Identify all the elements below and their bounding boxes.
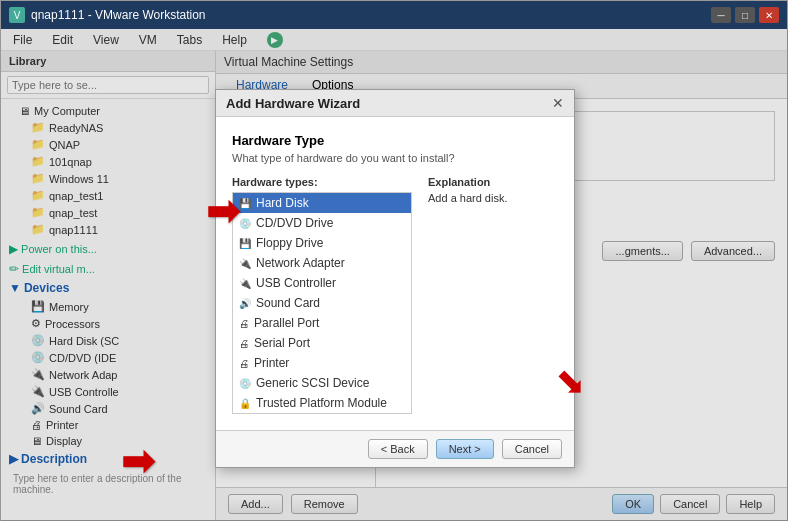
hw-item-cddvd[interactable]: 💿 CD/DVD Drive — [233, 213, 411, 233]
modal-cancel-button[interactable]: Cancel — [502, 439, 562, 459]
cddvd-icon: 💿 — [31, 351, 45, 364]
hw-item-scsi[interactable]: 💿 Generic SCSI Device — [233, 373, 411, 393]
tree-label-qnaptest: qnap_test — [49, 207, 97, 219]
menu-vm[interactable]: VM — [135, 31, 161, 49]
ok-button[interactable]: OK — [612, 494, 654, 514]
lib-device-processors[interactable]: ⚙ Processors — [1, 315, 215, 332]
tree-item-qnap[interactable]: 📁 QNAP — [1, 136, 215, 153]
close-button[interactable]: ✕ — [759, 7, 779, 23]
library-header: Library — [1, 51, 215, 72]
network-hw-icon: 🔌 — [239, 258, 251, 269]
tree-item-mycomputer[interactable]: 🖥 My Computer — [1, 103, 215, 119]
printer-icon: 🖨 — [31, 419, 42, 431]
lib-device-sound[interactable]: 🔊 Sound Card — [1, 400, 215, 417]
advanced-button[interactable]: Advanced... — [691, 241, 775, 261]
hw-item-network-label: Network Adapter — [256, 256, 345, 270]
hw-item-harddisk[interactable]: 💾 Hard Disk — [233, 193, 411, 213]
library-search — [1, 72, 215, 99]
title-bar: V qnap1111 - VMware Workstation ─ □ ✕ — [1, 1, 787, 29]
hardware-types-label: Hardware types: — [232, 176, 412, 188]
remove-button[interactable]: Remove — [291, 494, 358, 514]
help-button[interactable]: Help — [726, 494, 775, 514]
title-bar-left: V qnap1111 - VMware Workstation — [9, 7, 206, 23]
folder-icon: 📁 — [31, 138, 45, 151]
hw-item-printer-label: Printer — [254, 356, 289, 370]
explanation-label: Explanation — [428, 176, 558, 188]
modal-title: Add Hardware Wizard — [226, 96, 360, 111]
tree-item-qnaptest1[interactable]: 📁 qnap_test1 — [1, 187, 215, 204]
segments-button[interactable]: ...gments... — [602, 241, 682, 261]
library-panel: Library 🖥 My Computer 📁 ReadyNAS 📁 QNAP — [1, 51, 216, 520]
hw-item-serial[interactable]: 🖨 Serial Port — [233, 333, 411, 353]
hw-item-floppy[interactable]: 💾 Floppy Drive — [233, 233, 411, 253]
hw-item-usb[interactable]: 🔌 USB Controller — [233, 273, 411, 293]
modal-close-button[interactable]: ✕ — [552, 95, 564, 111]
hw-item-serial-label: Serial Port — [254, 336, 310, 350]
cancel-bottom-button[interactable]: Cancel — [660, 494, 720, 514]
maximize-button[interactable]: □ — [735, 7, 755, 23]
tree-item-windows11[interactable]: 📁 Windows 11 — [1, 170, 215, 187]
hw-item-parallel-label: Parallel Port — [254, 316, 319, 330]
hw-item-sound[interactable]: 🔊 Sound Card — [233, 293, 411, 313]
edit-icon: ✏ — [9, 262, 19, 276]
vm-power-on[interactable]: ▶ Power on this... — [1, 238, 215, 260]
lib-device-printer[interactable]: 🖨 Printer — [1, 417, 215, 433]
printer-hw-icon: 🖨 — [239, 358, 249, 369]
network-icon: 🔌 — [31, 368, 45, 381]
vm-settings-titlebar: Virtual Machine Settings — [216, 51, 787, 74]
hw-item-usb-label: USB Controller — [256, 276, 336, 290]
play-icon: ▶ — [9, 242, 18, 256]
next-button[interactable]: Next > — [436, 439, 494, 459]
folder-icon: 📁 — [31, 155, 45, 168]
hw-item-cddvd-label: CD/DVD Drive — [256, 216, 333, 230]
modal-section-title: Hardware Type — [232, 133, 558, 148]
modal-section-subtitle: What type of hardware do you want to ins… — [232, 152, 558, 164]
lib-device-network-label: Network Adap — [49, 369, 117, 381]
hw-item-network[interactable]: 🔌 Network Adapter — [233, 253, 411, 273]
menu-view[interactable]: View — [89, 31, 123, 49]
harddisk-hw-icon: 💾 — [239, 198, 251, 209]
tree-label-101qnap: 101qnap — [49, 156, 92, 168]
menu-file[interactable]: File — [9, 31, 36, 49]
lib-device-network[interactable]: 🔌 Network Adap — [1, 366, 215, 383]
tree-item-qnaptest[interactable]: 📁 qnap_test — [1, 204, 215, 221]
lib-device-processors-label: Processors — [45, 318, 100, 330]
hw-item-parallel[interactable]: 🖨 Parallel Port — [233, 313, 411, 333]
scsi-hw-icon: 💿 — [239, 378, 251, 389]
lib-device-cddvd[interactable]: 💿 CD/DVD (IDE — [1, 349, 215, 366]
tree-item-readynas[interactable]: 📁 ReadyNAS — [1, 119, 215, 136]
floppy-hw-icon: 💾 — [239, 238, 251, 249]
folder-icon: 📁 — [31, 172, 45, 185]
search-input[interactable] — [7, 76, 209, 94]
hw-item-printer[interactable]: 🖨 Printer — [233, 353, 411, 373]
menu-help[interactable]: Help — [218, 31, 251, 49]
menu-edit[interactable]: Edit — [48, 31, 77, 49]
explanation-col: Explanation Add a hard disk. — [428, 176, 558, 414]
lib-device-cddvd-label: CD/DVD (IDE — [49, 352, 116, 364]
play-button[interactable]: ▶ — [267, 32, 283, 48]
lib-device-display[interactable]: 🖥 Display — [1, 433, 215, 449]
vm-edit[interactable]: ✏ Edit virtual m... — [1, 260, 215, 278]
lib-device-printer-label: Printer — [46, 419, 78, 431]
tree-item-101qnap[interactable]: 📁 101qnap — [1, 153, 215, 170]
back-button[interactable]: < Back — [368, 439, 428, 459]
cddvd-hw-icon: 💿 — [239, 218, 251, 229]
lib-device-usb[interactable]: 🔌 USB Controlle — [1, 383, 215, 400]
chevron-right-icon: ▶ — [9, 452, 18, 466]
lib-device-harddisk[interactable]: 💿 Hard Disk (SC — [1, 332, 215, 349]
minimize-button[interactable]: ─ — [711, 7, 731, 23]
serial-hw-icon: 🖨 — [239, 338, 249, 349]
explanation-text: Add a hard disk. — [428, 192, 558, 204]
menu-tabs[interactable]: Tabs — [173, 31, 206, 49]
folder-icon: 📁 — [31, 223, 45, 236]
devices-section-header[interactable]: ▼ Devices — [1, 278, 215, 298]
modal-two-col: Hardware types: 💾 Hard Disk 💿 CD/DVD Dri… — [232, 176, 558, 414]
description-section-header[interactable]: ▶ Description — [1, 449, 215, 469]
tree-label-qnap1111: qnap1111 — [49, 224, 98, 236]
tpm-hw-icon: 🔒 — [239, 398, 251, 409]
add-button[interactable]: Add... — [228, 494, 283, 514]
vmware-icon: V — [9, 7, 25, 23]
lib-device-memory[interactable]: 💾 Memory — [1, 298, 215, 315]
tree-item-qnap1111[interactable]: 📁 qnap1111 — [1, 221, 215, 238]
hw-item-tpm[interactable]: 🔒 Trusted Platform Module — [233, 393, 411, 413]
